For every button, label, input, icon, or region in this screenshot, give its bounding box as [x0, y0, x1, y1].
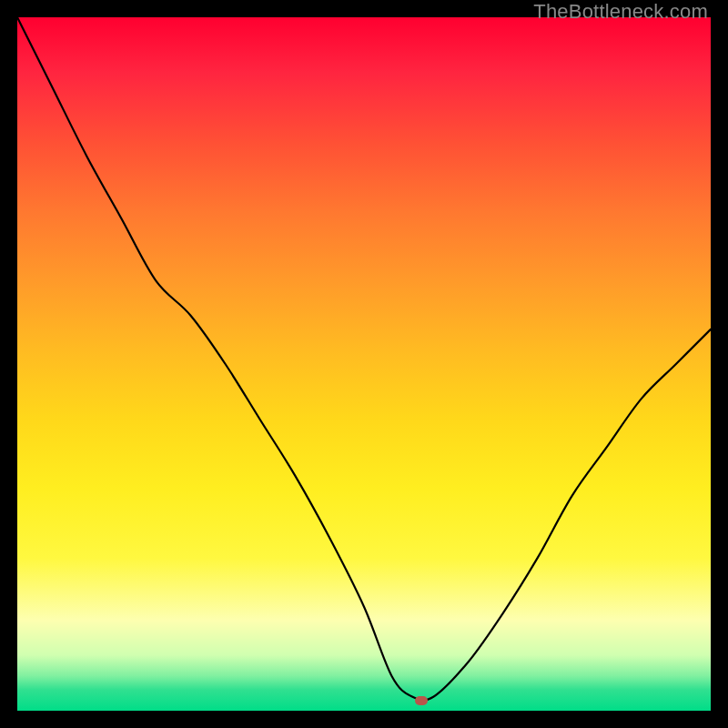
watermark-text: TheBottleneck.com: [533, 0, 708, 24]
chart-container: TheBottleneck.com: [0, 0, 728, 728]
optimal-point-marker: [415, 696, 428, 705]
bottleneck-curve: [17, 17, 711, 711]
plot-area: [17, 17, 711, 711]
